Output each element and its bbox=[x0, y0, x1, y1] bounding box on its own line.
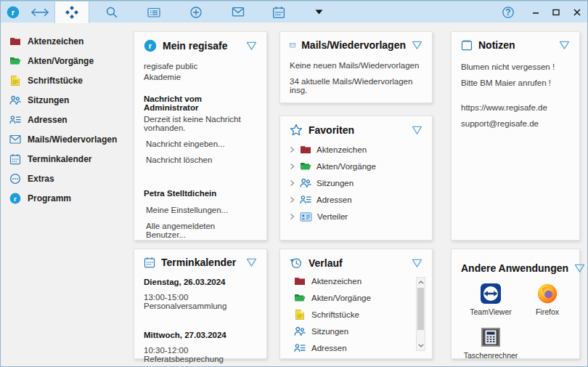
calendar-icon bbox=[272, 6, 285, 19]
red-folder-icon bbox=[300, 144, 311, 156]
regisafe-logo-icon: r bbox=[144, 39, 157, 52]
admin-message-text: Derzeit ist keine Nachricht vorhanden. bbox=[144, 115, 257, 132]
card-andere-anwendungen: Andere Anwendungen TeamViewer bbox=[451, 249, 580, 359]
collapse-triangle-icon[interactable] bbox=[412, 126, 422, 135]
delete-message-link[interactable]: Nachricht löschen bbox=[144, 156, 257, 164]
help-icon: ? bbox=[502, 6, 515, 19]
history-item-sitzungen[interactable]: Sitzungen bbox=[294, 326, 422, 337]
favorite-item-sitzungen[interactable]: Sitzungen bbox=[290, 177, 422, 189]
note-item: Blumen nicht vergessen ! bbox=[461, 62, 570, 71]
ellipsis-circle-icon bbox=[9, 173, 21, 185]
favorite-item-adressen[interactable]: Adressen bbox=[290, 194, 422, 206]
collapse-triangle-icon[interactable] bbox=[559, 41, 570, 50]
minimize-button[interactable] bbox=[528, 4, 543, 20]
minimize-icon bbox=[531, 7, 541, 17]
contact-icon bbox=[9, 114, 21, 126]
sidebar-item-adressen[interactable]: Adressen bbox=[9, 114, 129, 126]
navigate-back-forward-button[interactable] bbox=[25, 1, 54, 23]
mail-button[interactable] bbox=[226, 1, 250, 23]
scroll-down-arrow-icon[interactable] bbox=[417, 341, 425, 350]
green-open-folder-icon bbox=[9, 55, 21, 67]
maximize-button[interactable] bbox=[549, 4, 563, 20]
app-label: Firefox bbox=[536, 307, 559, 316]
admin-message-heading: Nachricht vom Administrator bbox=[144, 94, 257, 112]
favorite-item-akten-vorgaenge[interactable]: Akten/Vorgänge bbox=[290, 161, 422, 172]
sidebar-item-programm[interactable]: r Programm bbox=[9, 193, 129, 204]
search-icon bbox=[105, 6, 118, 19]
help-button[interactable]: ? bbox=[501, 4, 515, 20]
mail-icon bbox=[232, 7, 245, 17]
chevron-right-icon[interactable] bbox=[290, 163, 295, 170]
org-name: regisafe public bbox=[144, 61, 257, 72]
favorite-item-label: Verteiler bbox=[317, 212, 348, 221]
history-item-schriftstuecke[interactable]: Schriftstücke bbox=[294, 309, 422, 320]
collapse-triangle-icon[interactable] bbox=[246, 41, 257, 51]
chevron-right-icon[interactable] bbox=[290, 196, 295, 203]
history-scrollbar[interactable] bbox=[416, 277, 425, 351]
sidebar-item-mails-wiedervorlagen[interactable]: Mails/Wiedervorlagen bbox=[9, 134, 129, 145]
collapse-triangle-icon[interactable] bbox=[574, 264, 585, 273]
regisafe-logo-button[interactable]: r bbox=[1, 1, 25, 23]
favorite-item-verteiler[interactable]: Verteiler bbox=[290, 211, 422, 222]
collapse-triangle-icon[interactable] bbox=[412, 41, 422, 50]
app-teamviewer[interactable]: TeamViewer bbox=[462, 283, 519, 316]
green-open-folder-icon bbox=[294, 292, 306, 304]
close-button[interactable] bbox=[570, 4, 584, 20]
app-window: r bbox=[0, 0, 588, 367]
card-terminkalender: Terminkalender Dienstag, 26.03.2024 13:0… bbox=[134, 249, 267, 359]
chevron-right-icon[interactable] bbox=[290, 146, 295, 153]
collapse-triangle-icon[interactable] bbox=[246, 258, 257, 267]
favorite-item-label: Akten/Vorgänge bbox=[317, 162, 376, 171]
toolbar-menu-button[interactable] bbox=[311, 1, 326, 23]
mail-icon bbox=[9, 134, 21, 145]
app-taschenrechner[interactable]: Taschenrechner bbox=[462, 326, 519, 360]
sidebar-item-aktenzeichen[interactable]: Aktenzeichen bbox=[9, 36, 129, 47]
people-icon bbox=[300, 177, 311, 189]
card-mein-regisafe: r Mein regisafe regisafe public Akademie… bbox=[134, 31, 267, 241]
logged-in-users-link[interactable]: Alle angemeldeten Benutzer... bbox=[144, 222, 257, 239]
chevron-right-icon[interactable] bbox=[290, 213, 295, 220]
history-item-aktenzeichen[interactable]: Aktenzeichen bbox=[294, 275, 422, 287]
index-card-button[interactable] bbox=[142, 1, 166, 23]
org-unit: Akademie bbox=[144, 72, 257, 83]
app-firefox[interactable]: Firefox bbox=[519, 283, 576, 316]
card-notizen: Notizen Blumen nicht vergessen ! Bitte B… bbox=[451, 31, 580, 241]
favorite-item-label: Aktenzeichen bbox=[317, 145, 367, 154]
people-icon bbox=[294, 326, 306, 337]
red-folder-icon bbox=[9, 36, 21, 47]
add-button[interactable] bbox=[184, 1, 208, 23]
event-entry: 13:00-15:00 Personalversammlung bbox=[144, 293, 257, 310]
sidebar-item-label: Sitzungen bbox=[28, 95, 69, 105]
calendar-button[interactable] bbox=[266, 1, 291, 23]
collapse-triangle-icon[interactable] bbox=[412, 259, 422, 268]
sidebar-item-terminkalender[interactable]: Terminkalender bbox=[9, 153, 129, 165]
scrollbar-thumb[interactable] bbox=[417, 288, 424, 330]
sidebar-item-sitzungen[interactable]: Sitzungen bbox=[9, 94, 129, 106]
tab-dashboard[interactable] bbox=[54, 1, 89, 23]
sidebar-item-akten-vorgaenge[interactable]: Akten/Vorgänge bbox=[9, 55, 129, 67]
event-date: Dienstag, 26.03.2024 bbox=[144, 278, 257, 286]
sidebar-item-extras[interactable]: Extras bbox=[9, 173, 129, 185]
sidebar-item-label: Akten/Vorgänge bbox=[28, 56, 94, 66]
card-favoriten: Favoriten Aktenzeichen Akten/Vorgänge Si… bbox=[279, 116, 433, 241]
calendar-icon bbox=[144, 257, 155, 268]
favorite-item-aktenzeichen[interactable]: Aktenzeichen bbox=[290, 144, 422, 156]
note-item: support@regisafe.de bbox=[461, 119, 570, 128]
my-settings-link[interactable]: Meine Einstellungen... bbox=[144, 206, 257, 214]
svg-text:r: r bbox=[149, 41, 152, 50]
chevron-right-icon[interactable] bbox=[290, 180, 295, 187]
card-title: Terminkalender bbox=[161, 257, 236, 268]
scroll-up-arrow-icon[interactable] bbox=[417, 278, 425, 287]
calendar-icon bbox=[9, 153, 21, 165]
history-item-akten-vorgaenge[interactable]: Akten/Vorgänge bbox=[294, 292, 422, 304]
modules-compass-icon bbox=[65, 5, 79, 20]
search-button[interactable] bbox=[99, 1, 124, 23]
sidebar-item-label: Extras bbox=[28, 174, 54, 184]
history-icon bbox=[290, 257, 303, 270]
sidebar-item-schriftstuecke[interactable]: Schriftstücke bbox=[9, 75, 129, 86]
enter-message-link[interactable]: Nachricht eingeben... bbox=[144, 140, 257, 148]
card-mails-wiedervorlagen: Mails/Wiedervorlagen Keine neuen Mails/W… bbox=[279, 31, 433, 103]
history-item-adressen[interactable]: Adressen bbox=[294, 342, 422, 354]
yellow-document-icon bbox=[294, 309, 306, 320]
current-user-name: Petra Stelltdichein bbox=[144, 189, 257, 198]
